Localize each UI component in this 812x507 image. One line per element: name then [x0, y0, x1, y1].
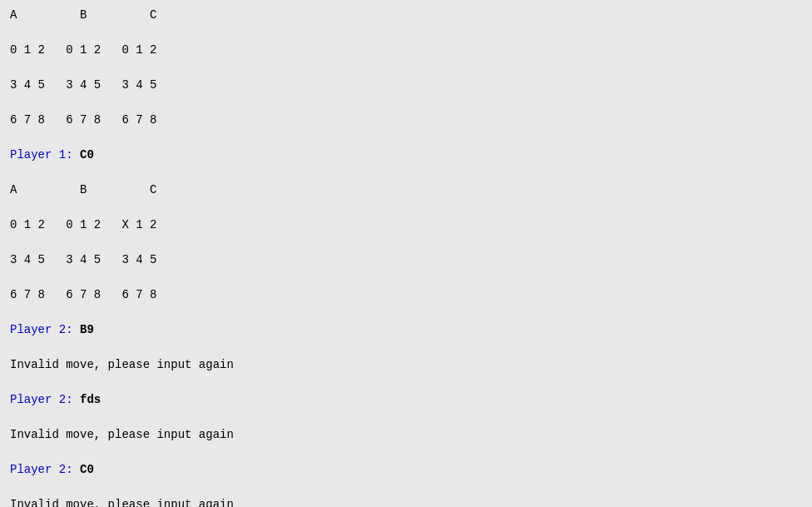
- player-prompt-line: Player 2: fds: [10, 391, 802, 409]
- grid-row: 3 4 5 3 4 5 3 4 5: [10, 77, 802, 94]
- player-label: Player 2:: [10, 323, 80, 336]
- grid-header: A B C: [10, 181, 802, 199]
- grid-row: 6 7 8 6 7 8 6 7 8: [10, 112, 802, 129]
- player-prompt-line: Player 2: B9: [10, 321, 802, 339]
- player-input-value: B9: [80, 323, 94, 336]
- player-input-value: fds: [80, 393, 101, 406]
- player-label: Player 2:: [10, 393, 80, 406]
- grid-row: 0 1 2 0 1 2 X 1 2: [10, 216, 802, 234]
- player-prompt-line: Player 2: C0: [10, 461, 802, 479]
- player-label: Player 1:: [10, 148, 80, 162]
- player-input-value: C0: [80, 463, 94, 476]
- grid-header: A B C: [10, 7, 802, 24]
- grid-row: 0 1 2 0 1 2 0 1 2: [10, 42, 802, 59]
- grid-row: 6 7 8 6 7 8 6 7 8: [10, 286, 802, 304]
- player-prompt-line: Player 1: C0: [10, 147, 802, 164]
- terminal-output: A B C0 1 2 0 1 2 0 1 23 4 5 3 4 5 3 4 56…: [10, 7, 802, 507]
- player-input-value: C0: [80, 148, 94, 162]
- invalid-move-message: Invalid move, please input again: [10, 356, 802, 374]
- grid-row: 3 4 5 3 4 5 3 4 5: [10, 251, 802, 269]
- player-label: Player 2:: [10, 463, 80, 476]
- invalid-move-message: Invalid move, please input again: [10, 426, 802, 444]
- invalid-move-message: Invalid move, please input again: [10, 496, 802, 507]
